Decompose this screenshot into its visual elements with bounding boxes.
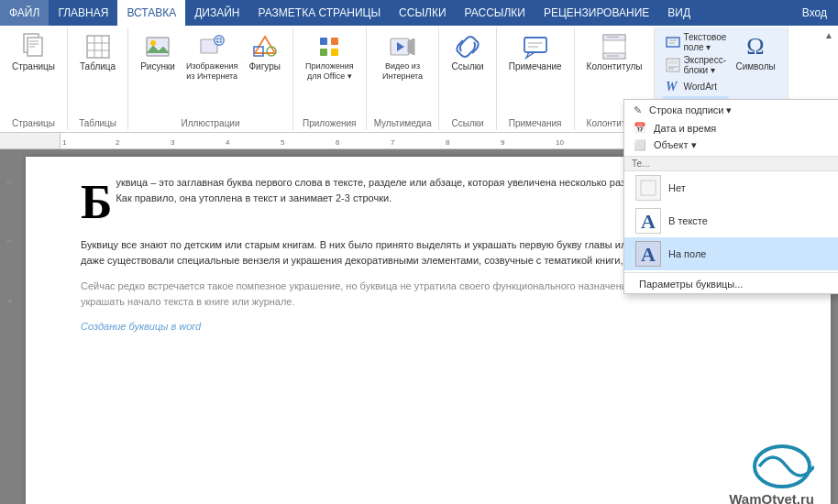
symbols-icon: Ω — [741, 32, 770, 61]
svg-rect-21 — [331, 38, 338, 45]
ribbon-group-illustrations: Рисунки Изображенияиз Интернета Фигуры И… — [128, 27, 293, 130]
table-icon — [83, 32, 113, 61]
dropcap-none-button[interactable]: Нет — [624, 171, 838, 204]
svg-marker-25 — [408, 38, 414, 55]
links-group-label: Ссылки — [451, 118, 483, 128]
shapes-button[interactable]: Фигуры — [244, 29, 284, 75]
pages-button[interactable]: Страницы — [7, 29, 60, 75]
pictures-label: Рисунки — [140, 61, 175, 72]
menu-view[interactable]: ВИД — [658, 0, 700, 26]
svg-point-45 — [755, 446, 810, 487]
links-button[interactable]: Ссылки — [447, 29, 488, 75]
dropcap-inmargin-icon: A — [635, 241, 661, 267]
ribbon-collapse-button[interactable]: ▲ — [821, 27, 836, 42]
video-label: Видео изИнтернета — [382, 61, 423, 82]
watermark-text: WamOtvet.ru — [729, 491, 814, 504]
pages-group-label: Страницы — [12, 118, 55, 128]
date-time-label: Дата и время — [654, 123, 716, 134]
dropcap-intext-label: В тексте — [668, 215, 708, 226]
dropcap-settings-button[interactable]: Параметры буквицы... — [624, 275, 838, 293]
menu-home[interactable]: ГЛАВНАЯ — [49, 0, 117, 26]
apps-button[interactable]: Приложениядля Office ▾ — [301, 29, 358, 84]
svg-rect-5 — [87, 36, 109, 58]
textbox-icon — [665, 34, 681, 50]
pages-icon — [18, 32, 48, 61]
shapes-icon — [250, 32, 280, 61]
date-time-button[interactable]: 📅 Дата и время — [624, 119, 838, 137]
svg-rect-22 — [320, 49, 327, 56]
pages-label: Страницы — [12, 61, 55, 72]
dropcap-none-label: Нет — [668, 182, 686, 193]
dropcap-intext-icon: A — [635, 208, 661, 234]
dropcap-settings-label: Параметры буквицы... — [635, 279, 743, 290]
online-pictures-button[interactable]: Изображенияиз Интернета — [182, 29, 243, 84]
dropcap-none-icon — [635, 175, 661, 201]
links-label: Ссылки — [451, 61, 483, 72]
textbox-label: Текстовоеполе ▾ — [683, 32, 726, 52]
ribbon-group-links: Ссылки Ссылки — [439, 27, 496, 130]
menu-review[interactable]: РЕЦЕНЗИРОВАНИЕ — [535, 0, 658, 26]
menu-design[interactable]: ДИЗАЙН — [185, 0, 248, 26]
menu-file[interactable]: ФАЙЛ — [0, 0, 49, 26]
svg-point-11 — [150, 40, 156, 46]
dropcap-inmargin-label: На поле — [668, 248, 707, 259]
svg-marker-28 — [526, 52, 535, 58]
left-margin: 2 3 4 — [0, 149, 18, 504]
signature-line-button[interactable]: ✎ Строка подписи ▾ — [624, 102, 838, 119]
dropcap-inmargin-button[interactable]: A На поле — [624, 237, 838, 270]
signature-label: Строка подписи ▾ — [649, 104, 733, 116]
table-button[interactable]: Таблица — [75, 29, 120, 75]
svg-rect-36 — [667, 38, 679, 47]
ribbon-group-media: Видео изИнтернета Мультимедиа — [367, 27, 440, 130]
date-time-icon: 📅 — [634, 122, 646, 134]
menu-insert[interactable]: ВСТАВКА — [117, 0, 185, 26]
dropcap-divider — [624, 272, 838, 273]
express-icon — [665, 57, 681, 73]
menu-layout[interactable]: РАЗМЕТКА СТРАНИЦЫ — [249, 0, 391, 26]
textbox-button[interactable]: Текстовоеполе ▾ — [662, 31, 729, 53]
comment-button[interactable]: Примечание — [504, 29, 567, 75]
symbols-label: Символы — [735, 61, 775, 72]
watermark-area: WamOtvet.ru — [729, 441, 814, 504]
login-button[interactable]: Вход — [791, 6, 838, 19]
wordart-icon: W — [665, 78, 681, 94]
comment-label: Примечание — [509, 61, 562, 72]
dropcap-dropdown: ✎ Строка подписи ▾ 📅 Дата и время ⬜ Объе… — [623, 99, 838, 294]
apps-group-label: Приложения — [303, 118, 357, 128]
ribbon-group-pages: Страницы Страницы — [0, 27, 68, 130]
object-button[interactable]: ⬜ Объект ▾ — [624, 137, 838, 154]
apps-label: Приложениядля Office ▾ — [305, 61, 354, 82]
dropcap-intext-button[interactable]: A В тексте — [624, 204, 838, 237]
express-button[interactable]: Экспресс-блоки ▾ — [662, 54, 729, 76]
shapes-label: Фигуры — [248, 61, 280, 72]
wordart-button[interactable]: W WordArt — [662, 77, 729, 95]
video-button[interactable]: Видео изИнтернета — [378, 29, 427, 84]
text-extra-items: ✎ Строка подписи ▾ 📅 Дата и время ⬜ Объе… — [624, 100, 838, 157]
svg-rect-27 — [524, 38, 546, 52]
ribbon-group-apps: Приложениядля Office ▾ Приложения — [293, 27, 367, 130]
illustrations-group-label: Иллюстрации — [182, 118, 240, 128]
svg-rect-23 — [331, 49, 338, 56]
watermark-logo-svg — [732, 441, 814, 491]
menu-references[interactable]: ССЫЛКИ — [390, 0, 455, 26]
object-label: Объект ▾ — [654, 139, 697, 151]
svg-rect-40 — [668, 60, 678, 64]
apps-icon — [314, 32, 344, 61]
ribbon-group-comments: Примечание Примечания — [497, 27, 575, 130]
header-footer-icon — [600, 32, 629, 61]
symbols-button[interactable]: Ω Символы — [731, 29, 779, 75]
menu-mailings[interactable]: РАССЫЛКИ — [456, 0, 535, 26]
header-footer-label: Колонтитулы — [587, 61, 643, 72]
svg-rect-46 — [641, 181, 656, 195]
svg-text:W: W — [666, 80, 678, 93]
online-pictures-label: Изображенияиз Интернета — [186, 61, 238, 82]
header-footer-button[interactable]: Колонтитулы — [582, 29, 647, 75]
online-pictures-icon — [197, 32, 226, 61]
caption-text: Создание буквицы в word — [81, 321, 201, 332]
dropcap-letter: Б — [81, 179, 112, 226]
pictures-button[interactable]: Рисунки — [136, 29, 180, 75]
comment-icon — [521, 32, 550, 61]
pictures-icon — [143, 32, 172, 61]
menu-bar: ФАЙЛ ГЛАВНАЯ ВСТАВКА ДИЗАЙН РАЗМЕТКА СТР… — [0, 0, 838, 26]
video-icon — [388, 32, 417, 61]
